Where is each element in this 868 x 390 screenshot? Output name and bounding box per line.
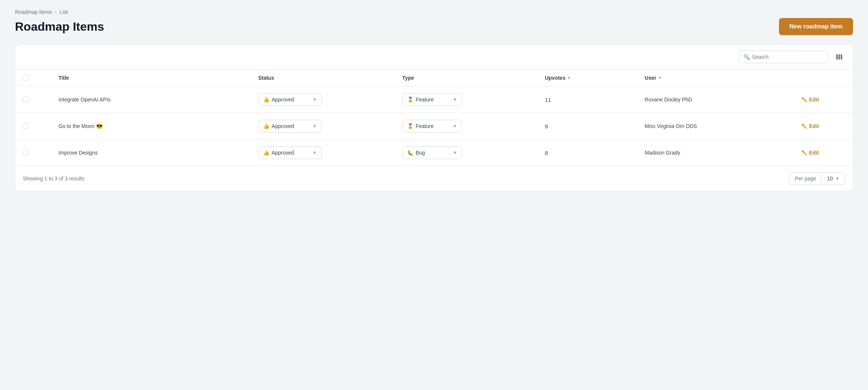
per-page-select[interactable]: 10 ▼ [822,173,845,185]
row-user: Madison Grady [639,140,795,166]
search-icon: 🔍 [743,54,750,60]
status-emoji: 👍 [263,150,269,156]
results-text: Showing 1 to 3 of 3 results [23,176,85,182]
main-card: 🔍 Title Status [15,44,853,191]
row-checkbox[interactable] [23,123,29,129]
type-arrow-icon: ▼ [453,97,457,102]
card-toolbar: 🔍 [15,45,853,70]
edit-icon: ✏️ [801,124,807,129]
type-label: 🐛 Bug [407,150,450,156]
table-row: Integrate OpenAI APIs 👍 Approved ▼ 🏅 Fea… [15,86,853,113]
type-text: Feature [416,97,434,103]
breadcrumb-parent[interactable]: Roadmap Items [15,9,52,15]
th-actions [795,70,853,86]
th-upvotes[interactable]: Upvotes ▼ [539,70,639,86]
status-emoji: 👍 [263,123,269,129]
card-footer: Showing 1 to 3 of 3 results Per page 10 … [15,166,853,191]
row-checkbox[interactable] [23,97,29,103]
upvotes-sort-icon: ▼ [567,76,571,80]
type-text: Bug [416,150,425,156]
status-arrow-icon: ▼ [312,124,317,129]
type-label: 🏅 Feature [407,97,450,103]
table-header-row: Title Status Type Upvotes ▼ User [15,70,853,86]
per-page-value: 10 [827,176,833,182]
status-emoji: 👍 [263,97,269,103]
edit-label: Edit [809,150,819,156]
breadcrumb: Roadmap Items › List [15,9,853,15]
row-actions: ✏️ Edit [795,86,853,113]
row-title: Integrate OpenAI APIs [52,86,252,113]
edit-icon: ✏️ [801,97,807,103]
row-actions: ✏️ Edit [795,113,853,140]
type-text: Feature [416,123,434,129]
th-user[interactable]: User ▼ [639,70,795,86]
edit-link[interactable]: ✏️ Edit [801,150,847,156]
status-arrow-icon: ▼ [312,97,317,102]
row-checkbox-cell [15,86,52,113]
columns-toggle-button[interactable] [833,51,845,63]
status-dropdown[interactable]: 👍 Approved ▼ [258,93,322,106]
per-page-label: Per page [790,173,822,185]
new-roadmap-item-button[interactable]: New roadmap item [779,18,853,35]
select-all-checkbox[interactable] [23,75,29,81]
status-text: Approved [272,97,294,103]
type-dropdown[interactable]: 🏅 Feature ▼ [402,120,462,132]
per-page-control: Per page 10 ▼ [789,172,845,185]
edit-label: Edit [809,97,819,103]
svg-rect-1 [838,54,840,60]
user-sort-icon: ▼ [658,76,662,80]
row-checkbox[interactable] [23,150,29,156]
type-emoji: 🏅 [407,123,413,129]
type-arrow-icon: ▼ [453,124,457,129]
table-row: Go to the Moon 😎 👍 Approved ▼ 🏅 Feature [15,113,853,140]
type-emoji: 🐛 [407,150,413,156]
type-arrow-icon: ▼ [453,150,457,155]
type-dropdown[interactable]: 🐛 Bug ▼ [402,146,462,159]
page-title: Roadmap Items [15,20,104,34]
edit-link[interactable]: ✏️ Edit [801,123,847,129]
row-user: Miss Virginia Orn DDS [639,113,795,140]
breadcrumb-current: List [60,9,68,15]
columns-icon [835,53,843,61]
svg-rect-2 [841,54,842,60]
table-row: Improve Designs 👍 Approved ▼ 🐛 Bug ▼ [15,140,853,166]
per-page-arrow-icon: ▼ [835,176,840,181]
breadcrumb-separator: › [55,9,57,15]
row-title: Go to the Moon 😎 [52,113,252,140]
status-dropdown[interactable]: 👍 Approved ▼ [258,120,322,132]
search-input[interactable] [739,51,829,63]
status-text: Approved [272,150,294,156]
th-type: Type [396,70,539,86]
svg-rect-0 [836,54,838,60]
row-type: 🐛 Bug ▼ [396,140,539,166]
row-upvotes: 11 [539,86,639,113]
th-checkbox [15,70,52,86]
row-status: 👍 Approved ▼ [252,113,396,140]
status-dropdown[interactable]: 👍 Approved ▼ [258,146,322,159]
th-title: Title [52,70,252,86]
page-header: Roadmap Items New roadmap item [15,18,853,35]
row-upvotes: 9 [539,113,639,140]
type-emoji: 🏅 [407,97,413,103]
edit-icon: ✏️ [801,150,807,156]
roadmap-table: Title Status Type Upvotes ▼ User [15,70,853,166]
status-label: 👍 Approved [263,97,309,103]
row-actions: ✏️ Edit [795,140,853,166]
th-status: Status [252,70,396,86]
row-user: Roxane Dooley PhD [639,86,795,113]
row-title: Improve Designs [52,140,252,166]
row-status: 👍 Approved ▼ [252,86,396,113]
type-dropdown[interactable]: 🏅 Feature ▼ [402,93,462,106]
row-type: 🏅 Feature ▼ [396,113,539,140]
row-type: 🏅 Feature ▼ [396,86,539,113]
status-text: Approved [272,123,294,129]
status-arrow-icon: ▼ [312,150,317,155]
row-checkbox-cell [15,113,52,140]
row-upvotes: 8 [539,140,639,166]
status-label: 👍 Approved [263,123,309,129]
edit-link[interactable]: ✏️ Edit [801,97,847,103]
edit-label: Edit [809,123,819,129]
status-label: 👍 Approved [263,150,309,156]
search-wrapper: 🔍 [739,51,829,63]
row-status: 👍 Approved ▼ [252,140,396,166]
